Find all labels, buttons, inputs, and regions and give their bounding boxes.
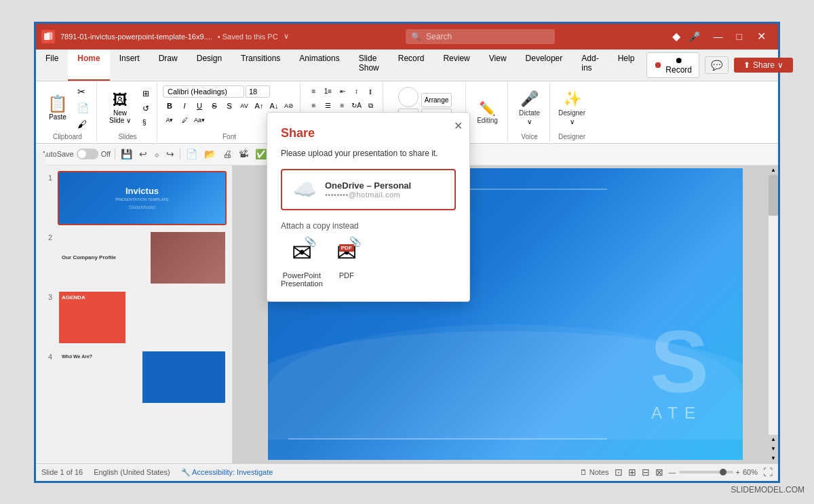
pdf-icon-wrapper: ✉ 📎 PDF xyxy=(336,239,357,267)
pdf-label: PDF xyxy=(339,271,354,279)
attach-title: Attach a copy instead xyxy=(281,221,456,231)
onedrive-option[interactable]: ☁️ OneDrive – Personal ••••••••@hotmail.… xyxy=(281,169,456,210)
attach-ppt-option[interactable]: ✉ 📎 PowerPointPresentation xyxy=(281,239,323,288)
onedrive-name: OneDrive – Personal xyxy=(325,180,411,191)
app-window: 7891-01-invictus-powerpoint-template-16x… xyxy=(34,22,780,483)
ppt-icon-wrapper: ✉ 📎 xyxy=(292,239,312,267)
pdf-badge: PDF xyxy=(339,244,354,252)
paperclip-ppt-icon: 📎 xyxy=(305,236,316,247)
onedrive-icon: ☁️ xyxy=(293,178,317,201)
share-modal: ✕ Share Please upload your presentation … xyxy=(267,112,470,302)
attach-pdf-option[interactable]: ✉ 📎 PDF PDF xyxy=(336,239,357,288)
modal-title: Share xyxy=(281,126,456,140)
onedrive-text: OneDrive – Personal ••••••••@hotmail.com xyxy=(325,180,411,199)
slidemodel-credit: SLIDEMODEL.COM xyxy=(731,485,805,495)
modal-description: Please upload your presentation to share… xyxy=(281,149,456,158)
onedrive-email: ••••••••@hotmail.com xyxy=(325,191,411,199)
share-arrow: ∨ xyxy=(777,60,783,70)
modal-overlay: ✕ Share Please upload your presentation … xyxy=(36,24,778,481)
modal-close-button[interactable]: ✕ xyxy=(454,119,463,132)
attach-section: Attach a copy instead ✉ 📎 PowerPointPres… xyxy=(281,221,456,288)
ppt-label: PowerPointPresentation xyxy=(281,271,323,288)
attach-options: ✉ 📎 PowerPointPresentation ✉ 📎 PDF xyxy=(281,239,456,288)
